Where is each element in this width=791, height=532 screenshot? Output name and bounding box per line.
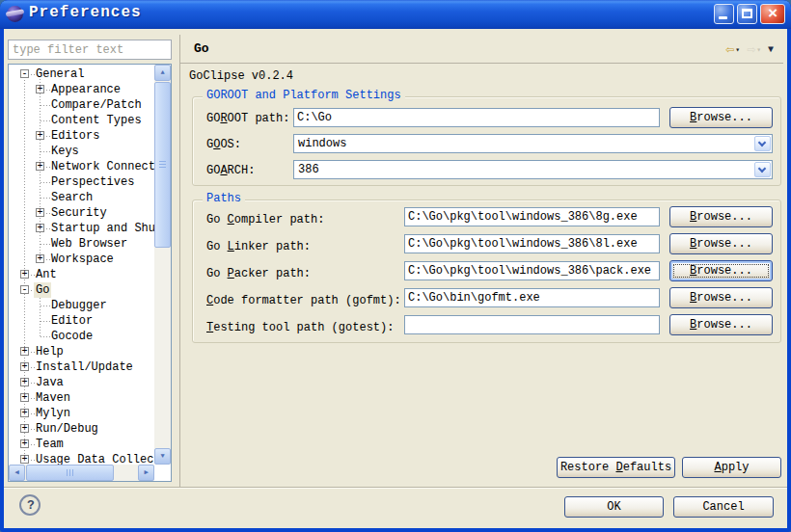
tree-item-label[interactable]: Team xyxy=(34,437,66,452)
tree-item-label[interactable]: Workspace xyxy=(49,252,116,267)
tree-item-label[interactable]: Help xyxy=(34,344,66,359)
tree-item-label[interactable]: Go xyxy=(34,282,51,298)
tree-item-label[interactable]: Usage Data Collect xyxy=(34,452,154,465)
tree-item[interactable]: + Security xyxy=(9,205,154,221)
tree-expander-icon[interactable]: + xyxy=(20,270,29,279)
tree-expander-icon[interactable]: + xyxy=(20,455,29,464)
tree-item[interactable]: Gocode xyxy=(9,329,154,344)
tree-item[interactable]: + Run/Debug xyxy=(9,421,154,437)
tree-item[interactable]: + Workspace xyxy=(9,252,154,267)
goarch-select[interactable]: 386 xyxy=(293,160,773,179)
tree-item[interactable]: Compare/Patch xyxy=(9,97,154,113)
tree-expander-icon[interactable]: - xyxy=(20,69,29,78)
tree-item[interactable]: Perspectives xyxy=(9,174,154,190)
scroll-up-button[interactable]: ▲ xyxy=(154,65,171,81)
tree-item[interactable]: Content Types xyxy=(9,113,154,128)
maximize-button[interactable] xyxy=(737,4,757,24)
tree-item-label[interactable]: Compare/Patch xyxy=(49,97,144,113)
view-menu-button[interactable]: ▼ xyxy=(766,43,776,56)
tree-expander-icon[interactable]: + xyxy=(36,208,44,217)
tree-item[interactable]: Debugger xyxy=(9,298,154,313)
tree-expander-icon[interactable]: + xyxy=(20,409,29,417)
tree-expander-icon[interactable]: + xyxy=(36,131,44,140)
tree-item[interactable]: + Java xyxy=(9,375,154,390)
tree-item-label[interactable]: Mylyn xyxy=(34,406,72,421)
close-button[interactable]: × xyxy=(760,4,785,24)
tree-item-label[interactable]: Web Browser xyxy=(49,236,129,252)
tree-expander-icon[interactable]: + xyxy=(20,378,29,386)
tree-item-label[interactable]: Maven xyxy=(34,390,72,406)
tree-item-label[interactable]: Search xyxy=(49,190,95,205)
goarch-dropdown-button[interactable] xyxy=(754,162,771,177)
apply-button[interactable]: Apply xyxy=(682,457,781,478)
tree-item-label[interactable]: Network Connect xyxy=(49,159,154,174)
tree-item[interactable]: - Go xyxy=(9,282,154,298)
goos-select[interactable]: windows xyxy=(293,134,773,153)
goroot-path-input[interactable] xyxy=(293,108,660,127)
tree-expander-icon[interactable]: + xyxy=(36,224,44,232)
tree-expander-icon[interactable]: + xyxy=(36,85,44,93)
scroll-right-button[interactable]: ▶ xyxy=(138,465,154,481)
tree-item[interactable]: + Help xyxy=(9,344,154,359)
tree-item-label[interactable]: Run/Debug xyxy=(34,421,100,437)
tree-item-label[interactable]: Perspectives xyxy=(49,174,136,190)
forward-button[interactable]: ⇨ ▾ xyxy=(745,40,763,60)
tree-item[interactable]: + Maven xyxy=(9,390,154,406)
tree-expander-icon[interactable]: + xyxy=(20,347,29,356)
browse-compiler-button[interactable]: Browse... xyxy=(669,206,773,227)
tree-item-label[interactable]: Keys xyxy=(49,144,81,159)
tree-item-label[interactable]: Security xyxy=(49,205,109,221)
tree-expander-icon[interactable]: + xyxy=(36,162,44,171)
tree-item[interactable]: + Team xyxy=(9,437,154,452)
goos-dropdown-button[interactable] xyxy=(754,136,771,151)
tree-item-label[interactable]: Appearance xyxy=(49,82,123,97)
formatter-path-input[interactable] xyxy=(404,288,660,307)
scroll-down-button[interactable]: ▼ xyxy=(154,448,171,465)
help-button[interactable]: ? xyxy=(19,494,41,516)
compiler-path-input[interactable] xyxy=(404,207,660,226)
vertical-scroll-thumb[interactable] xyxy=(154,82,171,248)
linker-path-input[interactable] xyxy=(404,234,660,253)
browse-goroot-button[interactable]: Browse... xyxy=(669,107,773,128)
titlebar[interactable]: Preferences × xyxy=(0,0,791,29)
tree-horizontal-scrollbar[interactable]: ◀ ▶ xyxy=(9,465,154,481)
browse-linker-button[interactable]: Browse... xyxy=(669,233,773,254)
tree-item[interactable]: Keys xyxy=(9,144,154,159)
tree-item-label[interactable]: Content Types xyxy=(49,113,144,128)
tree-expander-icon[interactable]: - xyxy=(20,285,29,294)
horizontal-scroll-thumb[interactable] xyxy=(26,465,114,481)
tree-item-label[interactable]: Editor xyxy=(49,313,95,329)
tree-expander-icon[interactable]: + xyxy=(20,362,29,371)
cancel-button[interactable]: Cancel xyxy=(673,496,774,518)
tree-item[interactable]: Search xyxy=(9,190,154,205)
preferences-tree[interactable]: - General + Appearance Compare/Patch Con… xyxy=(8,64,172,482)
tree-item[interactable]: Editor xyxy=(9,313,154,329)
filter-input[interactable] xyxy=(8,40,172,60)
minimize-button[interactable] xyxy=(714,4,734,24)
browse-formatter-button[interactable]: Browse... xyxy=(669,287,773,308)
tree-item-label[interactable]: Startup and Shu xyxy=(49,221,154,236)
tree-item[interactable]: + Editors xyxy=(9,128,154,144)
tree-expander-icon[interactable]: + xyxy=(20,393,29,402)
restore-defaults-button[interactable]: Restore Defaults xyxy=(557,457,675,478)
tree-item[interactable]: Web Browser xyxy=(9,236,154,252)
tree-item-label[interactable]: Java xyxy=(34,375,66,390)
browse-testing-button[interactable]: Browse... xyxy=(669,314,773,335)
tree-item[interactable]: + Mylyn xyxy=(9,406,154,421)
tree-item-label[interactable]: Editors xyxy=(49,128,101,144)
tree-item[interactable]: + Install/Update xyxy=(9,359,154,375)
tree-expander-icon[interactable]: + xyxy=(20,439,29,448)
tree-expander-icon[interactable]: + xyxy=(36,254,44,263)
ok-button[interactable]: OK xyxy=(564,496,664,518)
tree-item-label[interactable]: Install/Update xyxy=(34,359,135,375)
tree-item-label[interactable]: Ant xyxy=(34,267,59,282)
tree-item[interactable]: + Network Connect xyxy=(9,159,154,174)
tree-item[interactable]: - General xyxy=(9,66,154,82)
tree-item-label[interactable]: Debugger xyxy=(49,298,109,313)
tree-expander-icon[interactable]: + xyxy=(20,424,29,433)
tree-item[interactable]: + Ant xyxy=(9,267,154,282)
tree-item[interactable]: + Appearance xyxy=(9,82,154,97)
scroll-left-button[interactable]: ◀ xyxy=(9,465,25,481)
tree-item-label[interactable]: General xyxy=(34,66,86,82)
tree-vertical-scrollbar[interactable]: ▲ ▼ xyxy=(154,65,171,465)
